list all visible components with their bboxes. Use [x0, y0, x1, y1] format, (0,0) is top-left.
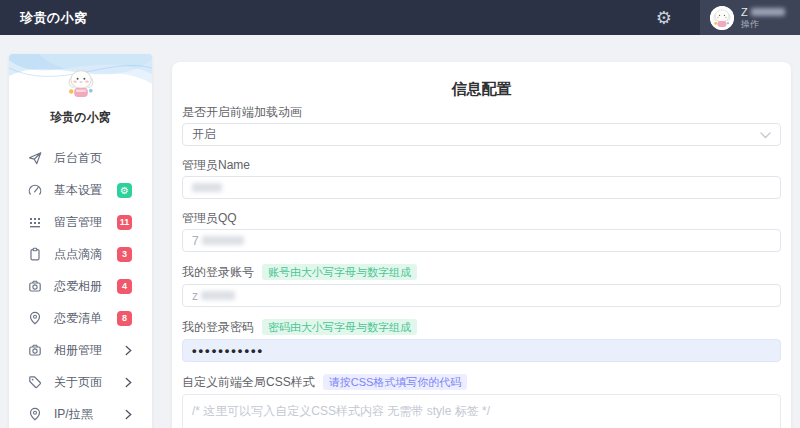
sidebar-item-moments[interactable]: 点点滴滴 3 — [9, 238, 152, 270]
count-badge: 3 — [117, 247, 132, 262]
sidebar-item-label: 点点滴滴 — [54, 246, 102, 263]
app-viewport: 珍贵の小窝 ⚙ — [0, 0, 800, 428]
info-config-panel: 信息配置 是否开启前端加载动画 开启 管理员Name 管理员QQ 7 — [172, 62, 791, 428]
login-password-input[interactable]: ••••••••••• — [182, 339, 781, 362]
field-admin-qq: 管理员QQ 7 — [182, 211, 781, 252]
site-name: 珍贵の小窝 — [9, 109, 152, 126]
field-login-password: 我的登录密码 密码由大小写字母与数字组成 ••••••••••• — [182, 319, 781, 362]
app-title: 珍贵の小窝 — [0, 9, 88, 27]
user-subtitle: 操作 — [741, 19, 785, 29]
redacted-value — [201, 291, 235, 300]
count-badge: 4 — [117, 279, 132, 294]
avatar[interactable] — [710, 6, 734, 30]
user-name: Z — [741, 6, 785, 19]
sidebar-item-album-manage[interactable]: 相册管理 — [9, 334, 152, 366]
count-badge: 11 — [117, 215, 132, 230]
field-label: 自定义前端全局CSS样式 — [182, 375, 315, 389]
password-hint-tag: 密码由大小写字母与数字组成 — [262, 319, 417, 335]
sidebar-item-dashboard[interactable]: 后台首页 — [9, 142, 152, 174]
sidebar-item-ip-blacklist[interactable]: IP/拉黑 — [9, 398, 152, 428]
sidebar-item-label: 基本设置 — [54, 182, 102, 199]
sidebar-item-label: 恋爱相册 — [54, 278, 102, 295]
sidebar-item-label: 后台首页 — [54, 150, 102, 167]
sidebar-menu: 后台首页 基本设置 ⚙ 留言管理 11 — [9, 142, 152, 428]
camera-icon — [28, 279, 42, 293]
gear-icon[interactable]: ⚙ — [656, 9, 672, 27]
sidebar-item-basic-settings[interactable]: 基本设置 ⚙ — [9, 174, 152, 206]
clipboard-icon — [28, 247, 42, 261]
admin-qq-input[interactable]: 7 — [182, 229, 781, 252]
sidebar: 珍贵の小窝 后台首页 基本设置 ⚙ — [9, 54, 152, 428]
tag-icon — [28, 375, 42, 389]
topbar: 珍贵の小窝 ⚙ — [0, 0, 800, 35]
value-prefix: 7 — [192, 234, 199, 248]
field-login-account: 我的登录账号 账号由大小写字母与数字组成 z — [182, 264, 781, 307]
field-label: 管理员QQ — [182, 211, 237, 225]
sidebar-item-label: 相册管理 — [54, 342, 102, 359]
field-admin-name: 管理员Name — [182, 158, 781, 199]
site-avatar[interactable] — [64, 66, 98, 100]
chevron-right-icon — [125, 377, 132, 388]
user-menu[interactable]: Z 操作 — [700, 0, 800, 35]
sidebar-item-label: 恋爱清单 — [54, 310, 102, 327]
page-title: 信息配置 — [182, 79, 781, 99]
custom-css-textarea[interactable] — [182, 394, 781, 428]
chevron-down-icon — [760, 128, 771, 142]
gauge-icon — [28, 183, 42, 197]
field-label: 我的登录密码 — [182, 320, 254, 334]
select-value: 开启 — [192, 126, 216, 143]
topbar-right: ⚙ — [656, 0, 800, 35]
pin-icon — [28, 407, 42, 421]
paper-plane-icon — [28, 151, 42, 165]
login-account-input[interactable]: z — [182, 284, 781, 307]
sidebar-item-love-album[interactable]: 恋爱相册 4 — [9, 270, 152, 302]
field-label: 我的登录账号 — [182, 265, 254, 279]
account-hint-tag: 账号由大小写字母与数字组成 — [262, 264, 417, 280]
avatar-illustration — [710, 6, 734, 30]
sidebar-item-about-page[interactable]: 关于页面 — [9, 366, 152, 398]
sidebar-item-label: 关于页面 — [54, 374, 102, 391]
sidebar-item-label: 留言管理 — [54, 214, 102, 231]
field-label: 管理员Name — [182, 158, 250, 172]
field-loader-animation: 是否开启前端加载动画 开启 — [182, 105, 781, 146]
pin-icon — [28, 311, 42, 325]
admin-name-input[interactable] — [182, 176, 781, 199]
settings-badge: ⚙ — [117, 183, 132, 198]
field-label: 是否开启前端加载动画 — [182, 105, 302, 119]
redacted-value — [202, 236, 244, 245]
redacted-value — [192, 183, 222, 192]
sidebar-item-label: IP/拉黑 — [54, 406, 93, 423]
loader-animation-select[interactable]: 开启 — [182, 123, 781, 146]
camera-icon — [28, 343, 42, 357]
value-prefix: z — [192, 289, 198, 303]
count-badge: 8 — [117, 311, 132, 326]
sidebar-item-messages[interactable]: 留言管理 11 — [9, 206, 152, 238]
grid-icon — [28, 215, 42, 229]
css-hint-tag: 请按CSS格式填写你的代码 — [323, 374, 468, 390]
sidebar-item-love-list[interactable]: 恋爱清单 8 — [9, 302, 152, 334]
field-custom-css: 自定义前端全局CSS样式 请按CSS格式填写你的代码 — [182, 374, 781, 428]
user-meta: Z 操作 — [741, 6, 785, 30]
redacted-username — [751, 8, 785, 16]
chevron-right-icon — [125, 409, 132, 420]
chevron-right-icon — [125, 345, 132, 356]
password-dots: ••••••••••• — [192, 343, 264, 358]
